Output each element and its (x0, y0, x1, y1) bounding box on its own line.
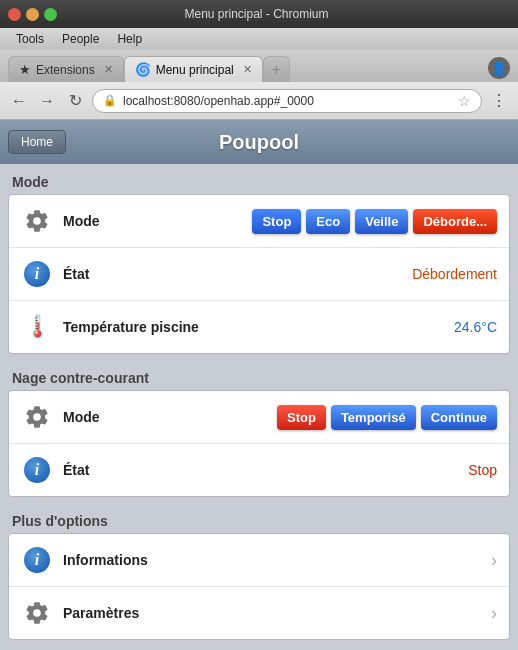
mode-row: Mode Stop Eco Veille Déborde... (9, 195, 509, 248)
etat-row: i État Débordement (9, 248, 509, 301)
mode-ncc-label: Mode (63, 409, 277, 425)
reload-button[interactable]: ↻ (64, 90, 86, 112)
info-icon-etat: i (21, 258, 53, 290)
etat-ncc-label: État (63, 462, 468, 478)
tab-extensions-close[interactable]: ✕ (104, 63, 113, 76)
thermo-icon: 🌡️ (21, 311, 53, 343)
back-button[interactable]: ← (8, 90, 30, 112)
address-input[interactable]: 🔒 localhost:8080/openhab.app#_0000 ☆ (92, 89, 482, 113)
menu-tools[interactable]: Tools (8, 30, 52, 48)
gear-icon-mode (21, 205, 53, 237)
info-icon-informations: i (21, 544, 53, 576)
etat-ncc-value: Stop (468, 462, 497, 478)
tab-bar: ★ Extensions ✕ 🌀 Menu principal ✕ + 👤 (0, 50, 518, 82)
tab-main-label: Menu principal (156, 63, 234, 77)
ncc-continue-button[interactable]: Continue (421, 405, 497, 430)
mode-label: Mode (63, 213, 252, 229)
informations-row[interactable]: i Informations › (9, 534, 509, 587)
menu-help[interactable]: Help (109, 30, 150, 48)
section-options-label: Plus d'options (0, 503, 518, 533)
app-content: Home Poupool Mode Mode Stop Eco Veille D… (0, 120, 518, 650)
footer: ©2010-2015 openHAB.org (0, 646, 518, 650)
ncc-buttons: Stop Temporisé Continue (277, 405, 497, 430)
informations-chevron: › (491, 550, 497, 571)
tab-extensions[interactable]: ★ Extensions ✕ (8, 56, 124, 82)
tab-main-icon: 🌀 (135, 62, 151, 77)
mode-ncc-row: Mode Stop Temporisé Continue (9, 391, 509, 444)
bookmark-icon[interactable]: ☆ (458, 93, 471, 109)
window-title: Menu principal - Chromium (63, 7, 450, 21)
card-options: i Informations › Paramètres › (8, 533, 510, 640)
titlebar: Menu principal - Chromium (0, 0, 518, 28)
extensions-icon: ★ (19, 62, 31, 77)
card-ncc: Mode Stop Temporisé Continue i État Stop (8, 390, 510, 497)
mode-buttons: Stop Eco Veille Déborde... (252, 209, 497, 234)
url-text: localhost:8080/openhab.app#_0000 (123, 94, 452, 108)
minimize-button[interactable] (26, 8, 39, 21)
temp-label: Température piscine (63, 319, 454, 335)
deborde-button[interactable]: Déborde... (413, 209, 497, 234)
home-button[interactable]: Home (8, 130, 66, 154)
section-mode-label: Mode (0, 164, 518, 194)
header-bar: Home Poupool (0, 120, 518, 164)
veille-button[interactable]: Veille (355, 209, 408, 234)
etat-ncc-row: i État Stop (9, 444, 509, 496)
maximize-button[interactable] (44, 8, 57, 21)
lock-icon: 🔒 (103, 94, 117, 107)
etat-label: État (63, 266, 412, 282)
gear-icon-ncc (21, 401, 53, 433)
tab-extensions-label: Extensions (36, 63, 95, 77)
close-button[interactable] (8, 8, 21, 21)
info-icon-ncc: i (21, 454, 53, 486)
ncc-stop-button[interactable]: Stop (277, 405, 326, 430)
forward-button[interactable]: → (36, 90, 58, 112)
profile-icon[interactable]: 👤 (488, 57, 510, 79)
window-controls (8, 8, 57, 21)
tab-new[interactable]: + (263, 56, 290, 82)
gear-icon-parametres (21, 597, 53, 629)
parametres-label: Paramètres (63, 605, 491, 621)
tab-main-close[interactable]: ✕ (243, 63, 252, 76)
stop-button[interactable]: Stop (252, 209, 301, 234)
ncc-temporise-button[interactable]: Temporisé (331, 405, 416, 430)
section-ncc-label: Nage contre-courant (0, 360, 518, 390)
parametres-row[interactable]: Paramètres › (9, 587, 509, 639)
temp-value: 24.6°C (454, 319, 497, 335)
temp-row: 🌡️ Température piscine 24.6°C (9, 301, 509, 353)
tab-main[interactable]: 🌀 Menu principal ✕ (124, 56, 263, 82)
address-bar: ← → ↻ 🔒 localhost:8080/openhab.app#_0000… (0, 82, 518, 120)
etat-value: Débordement (412, 266, 497, 282)
parametres-chevron: › (491, 603, 497, 624)
menu-people[interactable]: People (54, 30, 107, 48)
informations-label: Informations (63, 552, 491, 568)
browser-menu-button[interactable]: ⋮ (488, 90, 510, 112)
card-mode: Mode Stop Eco Veille Déborde... i État D… (8, 194, 510, 354)
page-title: Poupool (219, 131, 299, 154)
eco-button[interactable]: Eco (306, 209, 350, 234)
menu-bar: Tools People Help (0, 28, 518, 50)
